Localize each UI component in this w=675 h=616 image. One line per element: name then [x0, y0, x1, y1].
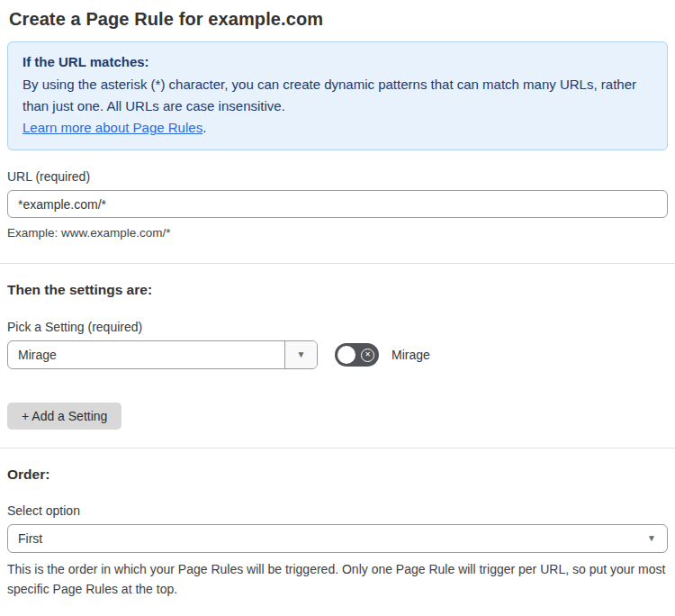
order-help-text: This is the order in which your Page Rul… — [7, 559, 668, 599]
divider — [0, 448, 675, 448]
setting-row: Mirage ▼ ✕ Mirage — [7, 340, 668, 369]
info-box-link-line: Learn more about Page Rules. — [22, 117, 652, 139]
order-select-wrap: First ▼ — [7, 524, 668, 553]
learn-more-link[interactable]: Learn more about Page Rules — [22, 120, 202, 135]
setting-dropdown[interactable]: Mirage ▼ — [7, 340, 318, 369]
setting-dropdown-value: Mirage — [8, 341, 284, 368]
toggle-knob — [338, 346, 356, 364]
settings-section-heading: Then the settings are: — [7, 282, 668, 298]
pick-setting-label: Pick a Setting (required) — [7, 320, 668, 334]
info-box-body: By using the asterisk (*) character, you… — [22, 74, 652, 117]
url-input[interactable] — [7, 190, 668, 218]
chevron-down-icon: ▼ — [647, 534, 656, 543]
x-icon: ✕ — [361, 349, 374, 362]
url-field-label: URL (required) — [7, 169, 668, 184]
setting-dropdown-caret-button[interactable]: ▼ — [284, 341, 317, 368]
select-option-label: Select option — [7, 503, 668, 518]
url-example-text: Example: www.example.com/* — [7, 223, 668, 242]
toggle-setting-label: Mirage — [392, 348, 430, 362]
info-box-heading: If the URL matches: — [22, 51, 652, 73]
url-match-info-box: If the URL matches: By using the asteris… — [7, 41, 668, 150]
add-setting-button[interactable]: + Add a Setting — [7, 403, 122, 430]
order-select[interactable]: First — [7, 524, 668, 553]
order-section-heading: Order: — [7, 467, 668, 483]
divider — [0, 263, 675, 264]
page-title: Create a Page Rule for example.com — [9, 9, 668, 30]
chevron-down-icon: ▼ — [297, 350, 306, 359]
mirage-toggle[interactable]: ✕ — [335, 343, 379, 367]
link-period: . — [202, 120, 206, 135]
